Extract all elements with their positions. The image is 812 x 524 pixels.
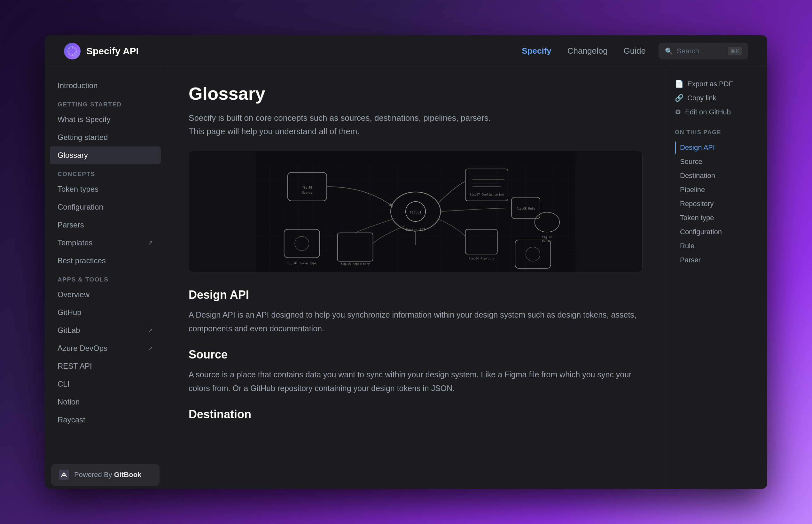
svg-text:fig.08 Rule: fig.08 Rule <box>516 207 535 211</box>
top-nav: Specify Changelog Guide <box>522 46 646 56</box>
sidebar-item-what-is-specify[interactable]: What is Specify <box>45 111 166 128</box>
external-link-icon: ↗ <box>148 239 153 247</box>
concepts-label: CONCEPTS <box>45 164 166 180</box>
glossary-diagram: fig.01 Design API fig.02 Source fig.0 <box>189 151 642 272</box>
svg-line-8 <box>69 53 70 54</box>
export-pdf-button[interactable]: 📄 Export as PDF <box>675 80 758 88</box>
getting-started-label: GETTING STARTED <box>45 95 166 111</box>
nav-specify[interactable]: Specify <box>522 46 552 56</box>
sidebar-item-notion[interactable]: Notion <box>45 393 166 411</box>
on-this-page-label: ON THIS PAGE <box>675 129 758 136</box>
sidebar-item-raycast[interactable]: Raycast <box>45 411 166 429</box>
gitlab-external-icon: ↗ <box>148 327 153 334</box>
copy-link-button[interactable]: 🔗 Copy link <box>675 94 758 102</box>
sidebar-item-best-practices[interactable]: Best practices <box>45 252 166 270</box>
sidebar-item-introduction[interactable]: Introduction <box>45 77 166 95</box>
search-input[interactable]: Search... <box>677 47 725 55</box>
source-text: A source is a place that contains data y… <box>189 368 642 395</box>
toc-list: Design API Source Destination Pipeline R… <box>675 142 758 266</box>
sidebar-item-parsers[interactable]: Parsers <box>45 216 166 234</box>
copy-link-icon: 🔗 <box>675 94 684 102</box>
nav-changelog[interactable]: Changelog <box>568 46 608 56</box>
sidebar-item-gitlab[interactable]: GitLab ↗ <box>45 322 166 339</box>
search-bar[interactable]: 🔍 Search... ⌘K <box>658 43 748 60</box>
destination-title: Destination <box>189 408 642 421</box>
sidebar-item-templates[interactable]: Templates ↗ <box>45 234 166 252</box>
left-sidebar: Introduction GETTING STARTED What is Spe… <box>45 67 166 489</box>
sidebar-item-configuration[interactable]: Configuration <box>45 198 166 216</box>
toc-item-destination[interactable]: Destination <box>675 170 758 182</box>
toc-item-pipeline[interactable]: Pipeline <box>675 184 758 196</box>
search-icon: 🔍 <box>665 47 673 55</box>
apps-tools-label: APPS & TOOLS <box>45 270 166 285</box>
svg-text:Source: Source <box>302 191 312 195</box>
main-content: Glossary Specify is built on core concep… <box>166 67 665 489</box>
azure-external-icon: ↗ <box>148 344 153 352</box>
nav-guide[interactable]: Guide <box>624 46 646 56</box>
sidebar-item-glossary[interactable]: Glossary <box>50 146 161 164</box>
page-subtitle: Specify is built on core concepts such a… <box>189 112 642 138</box>
sidebar-item-github[interactable]: GitHub <box>45 304 166 322</box>
svg-text:fig.09: fig.09 <box>542 236 552 239</box>
design-api-title: Design API <box>189 288 642 301</box>
right-actions: 📄 Export as PDF 🔗 Copy link ⚙ Edit on Gi… <box>675 80 758 116</box>
svg-line-9 <box>74 48 76 49</box>
powered-by: Powered By GitBook <box>51 464 160 486</box>
sidebar-item-getting-started[interactable]: Getting started <box>45 128 166 146</box>
toc-item-configuration[interactable]: Configuration <box>675 226 758 238</box>
edit-github-button[interactable]: ⚙ Edit on GitHub <box>675 108 758 116</box>
source-title: Source <box>189 348 642 361</box>
right-sidebar: 📄 Export as PDF 🔗 Copy link ⚙ Edit on Gi… <box>665 67 767 489</box>
svg-line-6 <box>69 48 70 49</box>
svg-text:fig.01: fig.01 <box>410 211 421 214</box>
sidebar-item-token-types[interactable]: Token types <box>45 180 166 198</box>
svg-line-7 <box>74 53 76 54</box>
export-pdf-icon: 📄 <box>675 80 684 88</box>
toc-item-repository[interactable]: Repository <box>675 198 758 210</box>
search-shortcut: ⌘K <box>728 47 742 55</box>
github-icon: ⚙ <box>675 108 681 116</box>
design-api-text: A Design API is an API designed to help … <box>189 308 642 335</box>
app-window: Specify API Specify Changelog Guide 🔍 Se… <box>45 35 767 489</box>
svg-text:fig.06 Token type: fig.06 Token type <box>287 262 317 265</box>
gitbook-logo-icon <box>59 470 69 480</box>
toc-item-token-type[interactable]: Token type <box>675 212 758 224</box>
toc-item-source[interactable]: Source <box>675 155 758 168</box>
sidebar-item-cli[interactable]: CLI <box>45 375 166 393</box>
page-title: Glossary <box>189 83 642 104</box>
app-logo-icon <box>64 43 81 60</box>
topbar: Specify API Specify Changelog Guide 🔍 Se… <box>45 35 767 67</box>
diagram-svg: fig.01 Design API fig.02 Source fig.0 <box>189 151 642 272</box>
toc-item-parser[interactable]: Parser <box>675 254 758 266</box>
svg-text:fig.04 Pipeline: fig.04 Pipeline <box>469 257 494 260</box>
svg-text:fig.05 Repository: fig.05 Repository <box>341 262 370 265</box>
app-title: Specify API <box>86 46 139 56</box>
main-area: Introduction GETTING STARTED What is Spe… <box>45 67 767 489</box>
sidebar-item-azure-devops[interactable]: Azure DevOps ↗ <box>45 339 166 357</box>
toc-item-rule[interactable]: Rule <box>675 240 758 252</box>
sidebar-item-rest-api[interactable]: REST API <box>45 357 166 375</box>
sidebar-item-overview[interactable]: Overview <box>45 285 166 304</box>
svg-rect-10 <box>59 470 69 480</box>
svg-point-1 <box>70 49 74 53</box>
toc-item-design-api[interactable]: Design API <box>675 142 758 154</box>
svg-text:fig.02: fig.02 <box>302 186 312 189</box>
svg-text:fig.07 Configuration: fig.07 Configuration <box>469 193 504 196</box>
logo-area: Specify API <box>64 43 509 60</box>
